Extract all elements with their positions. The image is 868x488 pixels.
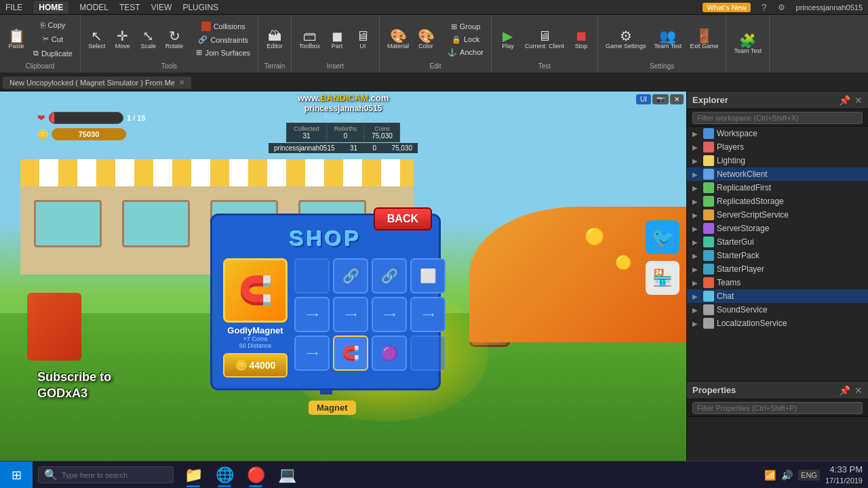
menu-file[interactable]: FILE	[5, 3, 22, 12]
ui-toggle-off[interactable]: 📷	[652, 94, 669, 104]
help-icon[interactable]: ?	[762, 2, 767, 13]
twitter-btn[interactable]: 🐦	[646, 220, 679, 254]
lock-btn[interactable]: 🔒Lock	[444, 33, 487, 46]
tree-item-networkclient[interactable]: ▶ NetworkClient	[687, 167, 868, 181]
shop-content: 🧲 GodlyMagnet +7 Coins50 Distance 🪙 4400…	[223, 258, 428, 378]
properties-lock-icon[interactable]: 📌	[839, 385, 850, 396]
shop-grid-cell-3-1[interactable]: ⟶	[294, 336, 330, 371]
menu-home[interactable]: HOME	[33, 1, 68, 14]
shop-grid-row-3: ⟶ 🧲 🟣	[294, 336, 446, 371]
tree-item-workspace[interactable]: ▶ Workspace	[687, 127, 868, 140]
constraints-btn[interactable]: 🔗Constraints	[193, 33, 254, 46]
material-btn[interactable]: 🎨 Material	[384, 27, 412, 52]
play-btn[interactable]: ▶ Play	[496, 27, 520, 52]
taskbar-search-input[interactable]	[62, 471, 163, 479]
stop-btn[interactable]: ⏹ Stop	[569, 27, 593, 52]
tree-item-starterpack[interactable]: ▶ StarterPack	[687, 249, 868, 262]
taskbar-search-box[interactable]: 🔍	[38, 466, 174, 483]
properties-panel: Properties 📌 ✕	[687, 381, 868, 462]
shop-grid-cell-2-1[interactable]: ⟶	[294, 297, 330, 332]
shop-grid-cell-1-1[interactable]	[294, 258, 330, 293]
group-btn[interactable]: ⊞Group	[444, 20, 487, 33]
tree-item-starterplayer[interactable]: ▶ StarterPlayer	[687, 262, 868, 276]
anchor-btn[interactable]: ⚓Anchor	[444, 46, 487, 59]
menu-view[interactable]: VIEW	[151, 3, 172, 12]
shop-grid-cell-2-4[interactable]: ⟶	[410, 297, 446, 332]
current-client-btn[interactable]: 🖥 Current: Client	[521, 27, 568, 52]
doc-tab[interactable]: New Uncopylocked ( Magnet Simulator ) Fr…	[3, 77, 191, 89]
explorer-close-icon[interactable]: ✕	[854, 95, 863, 106]
ui-toggle-on[interactable]: UI	[636, 94, 651, 104]
tree-item-replicatedstorage[interactable]: ▶ ReplicatedStorage	[687, 195, 868, 208]
taskbar-apps: 📁 🌐 🔴 💻	[179, 462, 301, 489]
clipboard-section: 📋 Paste ⎘Copy ✂Cut ⧉Duplicate Clipboard	[0, 15, 81, 73]
language-indicator: ENG	[798, 470, 820, 481]
buy-btn[interactable]: 🪙 44000	[223, 353, 288, 378]
tree-item-startergui[interactable]: ▶ StarterGui	[687, 235, 868, 249]
tree-item-lighting[interactable]: ▶ Lighting	[687, 154, 868, 167]
health-text: 1 / 15	[127, 114, 146, 122]
shop-grid-cell-2-3[interactable]: ⟶	[372, 297, 407, 332]
volume-icon: 🔊	[781, 470, 793, 481]
properties-close-icon[interactable]: ✕	[854, 385, 863, 396]
shop-grid-cell-3-2[interactable]: 🧲	[333, 336, 368, 371]
toolbox-btn[interactable]: 🗃 Toolbox	[296, 27, 323, 52]
menu-model[interactable]: MODEL	[79, 3, 108, 12]
taskbar-app-misc[interactable]: 💻	[273, 462, 301, 489]
ui-toggle-x[interactable]: ✕	[670, 94, 684, 104]
tree-item-replicatedfirst[interactable]: ▶ ReplicatedFirst	[687, 181, 868, 195]
copy-btn[interactable]: ⎘Copy	[30, 19, 76, 31]
ui-btn[interactable]: 🖥 UI	[351, 27, 375, 52]
cut-btn[interactable]: ✂Cut	[30, 33, 76, 45]
whats-new-btn[interactable]: What's New	[703, 3, 750, 12]
menu-plugins[interactable]: PLUGINS	[182, 3, 218, 12]
taskbar-app-media[interactable]: 🔴	[241, 462, 270, 489]
team-test-btn[interactable]: 👥 Team Test	[651, 27, 686, 52]
properties-search-input[interactable]	[692, 402, 863, 414]
scale-btn[interactable]: ⤡ Scale	[136, 27, 161, 52]
collisions-btn[interactable]: Collisions	[193, 20, 254, 33]
paste-btn[interactable]: 📋 Paste	[4, 27, 28, 52]
taskbar-start-btn[interactable]: ⊞	[0, 462, 33, 489]
shop-grid-cell-1-4[interactable]: ⬜	[410, 258, 446, 293]
shop-grid-cell-3-4[interactable]	[410, 336, 446, 371]
duplicate-btn[interactable]: ⧉Duplicate	[30, 47, 76, 60]
game-settings-btn[interactable]: ⚙ Game Settings	[602, 27, 650, 52]
doc-tab-close[interactable]: ✕	[179, 79, 184, 86]
back-btn[interactable]: BACK	[374, 207, 432, 230]
tree-item-serverstorage[interactable]: ▶ ServerStorage	[687, 222, 868, 235]
coin-2: 🟡	[615, 254, 632, 270]
color-btn[interactable]: 🎨 Color	[414, 27, 438, 52]
menu-test[interactable]: TEST	[119, 3, 140, 12]
explorer-lock-icon[interactable]: 📌	[839, 95, 850, 106]
shop-grid-area: 🔗 🔗 ⬜ ⟶ ⟶ ⟶ ⟶ ⟶ 🧲 🟣	[294, 258, 446, 378]
tree-item-players[interactable]: ▶ Players	[687, 140, 868, 154]
team-test-main-btn[interactable]: 🧩 Team Test	[730, 32, 765, 56]
tree-item-soundservice[interactable]: ▶ SoundService	[687, 303, 868, 317]
shop-grid-cell-1-2[interactable]: 🔗	[333, 258, 368, 293]
explorer-tree: ▶ Workspace ▶ Players ▶ Lighting ▶ Netwo…	[687, 127, 868, 381]
taskbar-app-explorer[interactable]: 📁	[179, 462, 208, 489]
shop-grid-cell-2-2[interactable]: ⟶	[333, 297, 368, 332]
sys-tray-icons: 📶 🔊	[764, 470, 793, 481]
explorer-search-input[interactable]	[692, 112, 863, 124]
tree-item-teams[interactable]: ▶ Teams	[687, 276, 868, 289]
shop-icon-btn[interactable]: 🏪	[646, 261, 679, 295]
select-btn[interactable]: ↖ Select	[85, 27, 109, 52]
shop-grid-cell-3-3[interactable]: 🟣	[372, 336, 407, 371]
tree-item-localizationservice[interactable]: ▶ LocalizationService	[687, 317, 868, 330]
shop-grid-cell-1-3[interactable]: 🔗	[372, 258, 407, 293]
join-surfaces-btn[interactable]: ⊞Join Surfaces	[193, 46, 254, 59]
shop-item-stats: +7 Coins50 Distance	[223, 336, 288, 349]
part-btn[interactable]: ◼ Part	[325, 27, 349, 52]
shop-window-2	[122, 200, 190, 247]
exit-game-btn[interactable]: 🚪 Exit Game	[686, 27, 722, 52]
move-btn[interactable]: ✛ Move	[111, 27, 135, 52]
tree-item-chat[interactable]: ▶ Chat	[687, 289, 868, 303]
editor-btn[interactable]: 🏔 Editor	[262, 27, 287, 52]
tree-item-serverscriptservice[interactable]: ▶ ServerScriptService	[687, 208, 868, 222]
starterpack-icon	[703, 250, 714, 261]
taskbar-app-chrome[interactable]: 🌐	[210, 462, 239, 489]
rotate-btn[interactable]: ↻ Rotate	[162, 27, 187, 52]
taskbar-right: 📶 🔊 ENG 4:33 PM 17/11/2019	[764, 464, 868, 485]
